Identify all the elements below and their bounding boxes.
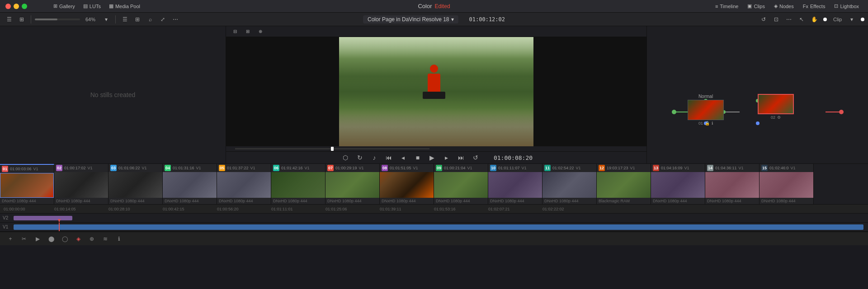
fit-btn[interactable]: ⊡ [771, 14, 782, 25]
ruler-mark-2: 01:00:28:10 [108, 207, 130, 211]
clip-item-7[interactable]: 07 01:00:29:19 V1 DNxHD 1080p 444 [326, 164, 380, 204]
lightbox-view-btn[interactable]: ⊡ Lightbox [830, 2, 863, 10]
clip-item-10[interactable]: 10 01:01:11:07 V1 DNxHD 1080p 444 [488, 164, 542, 204]
clip-item-8[interactable]: 08 01:01:51:05 V1 DNxHD 1080p 444 [380, 164, 434, 204]
search-btn[interactable]: ⌕ [145, 14, 156, 25]
clip-item-12[interactable]: 12 19:03:17:23 V1 Blackmagic RAW [597, 164, 651, 204]
clip-footer-10: DNxHD 1080p 444 [488, 198, 542, 204]
clip-track-3: V1 [142, 166, 147, 170]
dropdown-icon: ▾ [451, 16, 454, 23]
viewer-overlay-btn[interactable]: ⊞ [242, 26, 253, 37]
fullscreen-btn[interactable]: ⤢ [157, 14, 168, 25]
loop-btn[interactable]: ↺ [758, 14, 769, 25]
clip-thumb-2 [54, 172, 108, 198]
media-pool-tool[interactable]: ▦ Media Pool [105, 2, 144, 10]
svg-point-11 [839, 110, 844, 114]
clip-thumb-5 [217, 172, 271, 198]
track-v2-bar[interactable] [14, 216, 72, 220]
transform-btn[interactable]: ⬡ [340, 152, 351, 163]
clip-item-9[interactable]: 09 01:00:21:04 V1 DNxHD 1080p 444 [434, 164, 488, 204]
close-button[interactable] [5, 4, 11, 9]
eyedropper-btn[interactable]: ⊕ [87, 234, 97, 244]
clip-item-6[interactable]: 06 01:01:42:16 V1 DNxHD 1080p 444 [271, 164, 326, 204]
clip-item-4[interactable]: 04 01:01:31:16 V1 DNxHD 1080p 444 [163, 164, 217, 204]
track-v1-label: V1 [0, 224, 14, 229]
pointer-tool-btn[interactable]: ↖ [796, 14, 807, 25]
clip-item-14[interactable]: 14 01:04:36:11 V1 DNxHD 1080p 444 [705, 164, 760, 204]
playhead-btn[interactable]: ▶ [33, 234, 42, 244]
clip-item-1[interactable]: 01 01:00:03:06 V1 DNxHD 1080p 444 [0, 164, 54, 204]
clip-header-15: 15 01:02:46:0 V1 [760, 164, 813, 172]
viewer-transform-btn[interactable]: ⊕ [255, 26, 266, 37]
add-clip-btn[interactable]: + [5, 234, 15, 244]
skip-back-btn[interactable]: ⏮ [383, 152, 394, 163]
step-fwd-btn[interactable]: ▸ [441, 152, 452, 163]
viewer-layout-btn[interactable]: ⊞ [16, 14, 27, 25]
clip-mode-btn[interactable]: Clip [830, 14, 844, 25]
clip-item-2[interactable]: 02 01:00:17:02 V1 DNxHD 1080p 444 [54, 164, 108, 204]
ruler-mark-1: 01:00:14:05 [54, 207, 76, 211]
node-2-preview [759, 95, 793, 113]
maximize-button[interactable] [22, 4, 27, 9]
clip-footer-2: DNxHD 1080p 444 [54, 198, 108, 204]
page-title-btn[interactable]: Color Page in DaVinci Resolve 18 ▾ [363, 15, 458, 23]
viewer-safe-area-btn[interactable]: ⊟ [230, 26, 241, 37]
mark-out-btn[interactable]: ◯ [60, 234, 70, 244]
node-2-number: 02 [771, 115, 775, 120]
luts-label: LUTs [90, 4, 101, 9]
list-view-btn[interactable]: ☰ [119, 14, 130, 25]
track-ruler: 01:00:00:00 01:00:14:05 01:00:28:10 01:0… [0, 205, 868, 214]
zoom-slider[interactable] [35, 19, 80, 20]
more-btn[interactable]: ⋯ [170, 14, 181, 25]
stop-btn[interactable]: ■ [412, 152, 423, 163]
hand-tool-btn[interactable]: ✋ [809, 14, 820, 25]
audio-btn[interactable]: ♪ [369, 152, 380, 163]
node-1-number: 01 [698, 121, 703, 126]
options-btn[interactable]: ⋯ [783, 14, 794, 25]
clip-dropdown-btn[interactable]: ▾ [846, 14, 857, 25]
gallery-tool[interactable]: ⊞ Gallery [50, 2, 79, 10]
zoom-level[interactable]: 64% [82, 14, 99, 25]
viewer-scrubber[interactable] [235, 148, 429, 149]
clip-footer-8: DNxHD 1080p 444 [380, 198, 434, 204]
clip-thumb-1 [0, 173, 54, 198]
nodes-view-btn[interactable]: ◈ Nodes [770, 2, 797, 10]
clip-track-15: V1 [791, 166, 796, 170]
clip-footer-11: DNxHD 1080p 444 [542, 198, 596, 204]
clip-footer-14: DNxHD 1080p 444 [705, 198, 759, 204]
luts-tool[interactable]: ▤ LUTs [80, 2, 104, 10]
clip-item-5[interactable]: 05 01:01:37:22 V1 DNxHD 1080p 444 [217, 164, 271, 204]
title-center: Color Edited [418, 3, 450, 9]
play-btn[interactable]: ▶ [427, 152, 438, 163]
skip-fwd-btn[interactable]: ⏭ [456, 152, 467, 163]
waveform-btn[interactable]: ≋ [100, 234, 110, 244]
clip-item-15[interactable]: 15 01:02:46:0 V1 DNxHD 1080p 444 [760, 164, 814, 204]
timeline-view-btn[interactable]: ≡ Timeline [712, 3, 742, 10]
stabilize-btn[interactable]: ↻ [354, 152, 365, 163]
clip-item-11[interactable]: 11 01:02:54:22 V1 DNxHD 1080p 444 [542, 164, 597, 204]
track-v1-bar[interactable] [14, 224, 863, 230]
loop-mode-btn[interactable]: ↺ [470, 152, 481, 163]
clip-number-7: 07 [327, 165, 334, 171]
node-1[interactable]: Normal 01 🔒 ℹ [688, 94, 724, 126]
clip-item-13[interactable]: 13 01:04:16:09 V1 DNxHD 1080p 444 [651, 164, 705, 204]
info-btn[interactable]: ℹ [114, 234, 124, 244]
minimize-button[interactable] [14, 4, 19, 9]
clip-track-13: V1 [684, 166, 689, 170]
media-pool-icon: ▦ [109, 3, 113, 9]
trim-btn[interactable]: ✂ [19, 234, 29, 244]
rider-head [430, 65, 438, 73]
sidebar-toggle-btn[interactable]: ☰ [4, 14, 14, 25]
clip-item-3[interactable]: 03 01:01:06:22 V1 DNxHD 1080p 444 [108, 164, 163, 204]
node-2-thumb [758, 94, 794, 114]
step-back-btn[interactable]: ◂ [398, 152, 409, 163]
mark-in-btn[interactable]: ⬤ [46, 234, 56, 244]
effects-view-btn[interactable]: Fx Effects [799, 3, 829, 10]
clip-header-9: 09 01:00:21:04 V1 [434, 164, 488, 172]
video-frame [339, 37, 533, 146]
clips-view-btn[interactable]: ▣ Clips [744, 2, 768, 10]
zoom-dropdown-btn[interactable]: ▾ [101, 14, 112, 25]
grid-view-btn[interactable]: ⊞ [132, 14, 143, 25]
node-2[interactable]: 02 ⚙ [758, 94, 794, 120]
color-btn[interactable]: ◈ [73, 234, 83, 244]
